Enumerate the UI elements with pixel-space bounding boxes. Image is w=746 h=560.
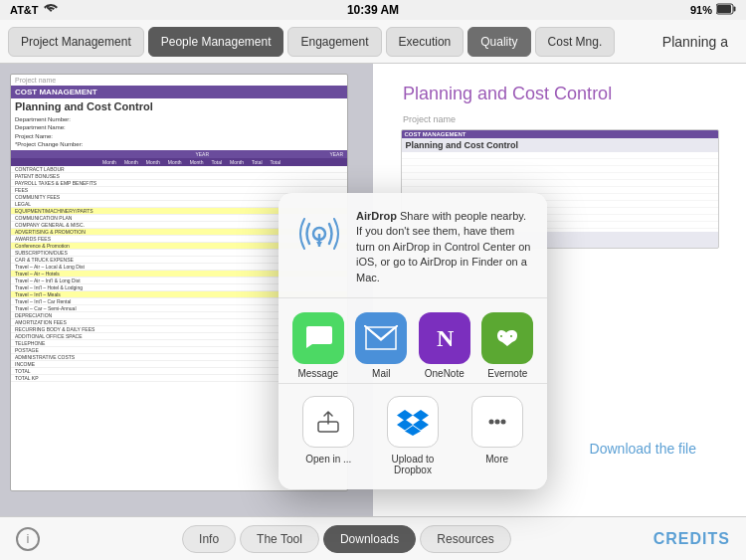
airdrop-section: AirDrop Share with people nearby. If you…: [279, 193, 547, 298]
battery-label: 91%: [690, 4, 712, 16]
sheet-title: Planning and Cost Control: [11, 98, 347, 114]
status-right: 91%: [690, 3, 736, 17]
sheet-year-row: YEAR YEAR: [11, 150, 347, 158]
field-dept-name: Department Name:: [15, 123, 343, 131]
nav-bar: Project Management People Management Eng…: [0, 20, 746, 64]
dropbox-label: Upload to Dropbox: [378, 454, 448, 475]
nav-tab-cost-mng[interactable]: Cost Mng.: [535, 27, 616, 57]
more-label: More: [485, 454, 508, 465]
svg-rect-1: [734, 7, 736, 12]
svg-marker-5: [316, 242, 322, 247]
table-row: PAYROLL TAXES & EMP BENEFITS: [11, 180, 347, 187]
svg-text:N: N: [437, 325, 455, 351]
bottom-tab-the-tool[interactable]: The Tool: [240, 525, 319, 553]
right-panel-project: Project name: [403, 114, 456, 124]
dropbox-icon: [387, 396, 439, 448]
nav-tab-people-management[interactable]: People Management: [148, 27, 284, 57]
nav-tab-engagement[interactable]: Engagement: [287, 27, 381, 57]
credits-button[interactable]: CREDITS: [653, 530, 730, 548]
share-action-more[interactable]: More: [463, 396, 532, 475]
bottom-bar: i Info The Tool Downloads Resources CRED…: [0, 516, 746, 560]
table-row: CONTRACT LABOUR: [11, 166, 347, 173]
share-actions-row: Open in ... Upload to Dropbox: [279, 384, 547, 489]
evernote-icon: [481, 312, 533, 364]
share-action-open-in[interactable]: Open in ...: [293, 396, 363, 475]
bottom-tab-resources[interactable]: Resources: [420, 525, 510, 553]
onenote-icon: N: [419, 312, 470, 364]
svg-point-12: [500, 419, 505, 424]
nav-tab-project-management[interactable]: Project Management: [8, 27, 144, 57]
carrier-label: AT&T: [10, 4, 39, 16]
sheet-project-name-top: Project name: [11, 75, 347, 86]
battery-icon: [716, 3, 736, 17]
status-left: AT&T: [10, 4, 58, 16]
share-app-evernote[interactable]: Evernote: [479, 312, 535, 379]
status-bar: AT&T 10:39 AM 91%: [0, 0, 746, 20]
sheet-column-row: Month Month Month Month Month Total Mont…: [11, 158, 347, 166]
main-content: Project name COST MANAGEMENT Planning an…: [0, 64, 746, 516]
nav-title: Planning a: [662, 34, 738, 50]
more-icon: [471, 396, 523, 448]
open-in-label: Open in ...: [305, 454, 351, 465]
airdrop-description: AirDrop Share with people nearby. If you…: [356, 209, 531, 285]
nav-tab-quality[interactable]: Quality: [467, 27, 530, 57]
wifi-icon: [44, 4, 58, 16]
nav-tab-execution[interactable]: Execution: [386, 27, 465, 57]
share-apps-row: Message Mail N OneNote: [279, 298, 547, 384]
bottom-tab-downloads[interactable]: Downloads: [323, 525, 416, 553]
open-in-icon: [302, 396, 354, 448]
mail-icon: [355, 312, 407, 364]
svg-rect-2: [717, 5, 731, 13]
svg-point-11: [494, 419, 499, 424]
evernote-label: Evernote: [487, 368, 527, 379]
svg-point-10: [488, 419, 493, 424]
onenote-label: OneNote: [425, 368, 465, 379]
field-project-name: Project Name:: [15, 132, 343, 140]
sheet-header-purple: COST MANAGEMENT: [11, 86, 347, 98]
info-button[interactable]: i: [16, 527, 40, 551]
field-change-number: *Project Change Number:: [15, 140, 343, 148]
sheet-fields: Department Number: Department Name: Proj…: [11, 114, 347, 150]
right-panel-title: Planning and Cost Control: [403, 84, 612, 104]
share-action-dropbox[interactable]: Upload to Dropbox: [378, 396, 448, 475]
message-icon: [292, 312, 344, 364]
field-dept-number: Department Number:: [15, 115, 343, 123]
message-label: Message: [297, 368, 338, 379]
share-sheet: AirDrop Share with people nearby. If you…: [279, 193, 547, 489]
share-app-onenote[interactable]: N OneNote: [417, 312, 472, 379]
share-app-mail[interactable]: Mail: [353, 312, 409, 379]
download-link[interactable]: Download the file: [590, 441, 696, 457]
share-app-message[interactable]: Message: [290, 312, 346, 379]
status-time: 10:39 AM: [347, 3, 399, 17]
table-row: PATENT BONUSES: [11, 173, 347, 180]
bottom-tab-info[interactable]: Info: [182, 525, 236, 553]
airdrop-icon: [294, 209, 344, 259]
bottom-tabs: Info The Tool Downloads Resources: [182, 525, 511, 553]
mail-label: Mail: [372, 368, 390, 379]
